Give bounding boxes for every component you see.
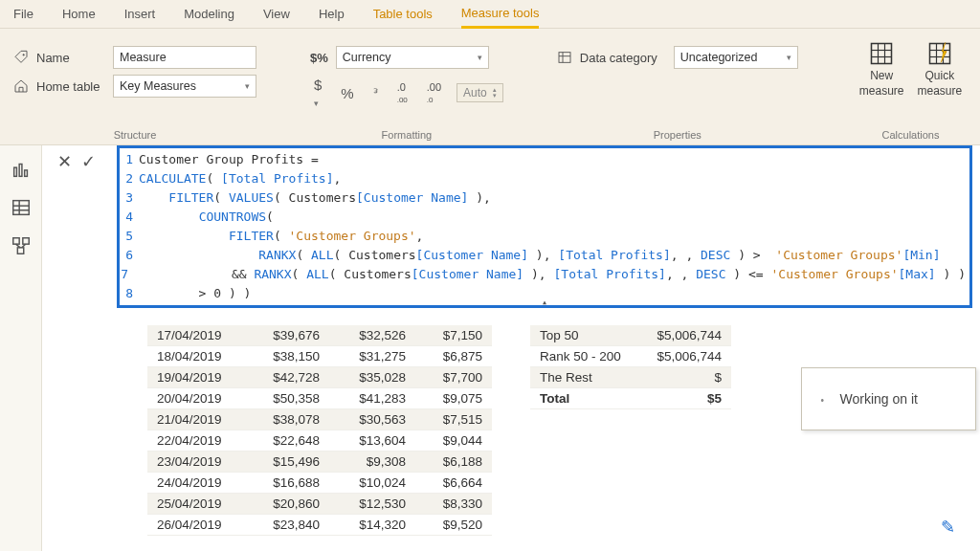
name-label: Name: [36, 51, 105, 65]
thousands-button[interactable]: ᵌ: [369, 82, 382, 103]
chevron-down-icon: ▾: [787, 53, 791, 62]
currency-button[interactable]: $ ▾: [310, 75, 325, 111]
svg-point-0: [23, 55, 24, 55]
tab-home[interactable]: Home: [62, 1, 96, 27]
commit-formula-icon[interactable]: ✓: [81, 151, 96, 172]
decimal-decrement-button[interactable]: .0.00: [393, 79, 412, 106]
table-row[interactable]: 17/04/2019$39,676$32,526$7,150: [147, 325, 492, 346]
table-row[interactable]: 20/04/2019$50,358$41,283$9,075: [147, 388, 492, 409]
tab-measure-tools[interactable]: Measure tools: [461, 0, 540, 29]
svg-rect-9: [929, 44, 949, 64]
tab-view[interactable]: View: [263, 1, 290, 27]
table-row[interactable]: 25/04/2019$20,860$12,530$8,330: [147, 494, 492, 515]
cancel-formula-icon[interactable]: ✕: [57, 151, 72, 172]
ribbon-group-title-calculations: Calculations: [848, 129, 973, 144]
quick-measure-button[interactable]: Quick measure: [917, 40, 962, 98]
data-grid-left[interactable]: 17/04/2019$39,676$32,526$7,15018/04/2019…: [147, 325, 492, 536]
data-category-label: Data category: [580, 51, 666, 65]
decimal-increment-button[interactable]: .00.0: [423, 79, 445, 106]
ribbon-group-calculations: New measure Quick measure Calculations: [848, 36, 973, 144]
svg-rect-22: [22, 238, 28, 244]
tab-help[interactable]: Help: [319, 1, 345, 27]
view-rail: [0, 145, 42, 551]
home-table-label: Home table: [36, 79, 105, 94]
table-row[interactable]: Top 50$5,006,744: [530, 325, 731, 346]
name-input[interactable]: Measure: [113, 46, 256, 69]
tag-icon: [13, 50, 29, 65]
svg-rect-21: [12, 238, 18, 244]
work-surface: ✕ ✓ 1Customer Group Profits =2CALCULATE(…: [42, 145, 980, 551]
resize-handle-icon[interactable]: ▴: [542, 298, 547, 306]
svg-rect-1: [559, 53, 570, 63]
signature-icon: ✎: [941, 517, 955, 538]
ribbon-group-title-properties: Properties: [553, 129, 802, 144]
svg-rect-15: [19, 165, 22, 177]
chevron-down-icon: ▾: [478, 53, 482, 62]
table-row[interactable]: 18/04/2019$38,150$31,275$6,875: [147, 346, 492, 367]
svg-rect-4: [872, 44, 892, 64]
ribbon-group-structure: Name Measure Home table Key Measures▾ St…: [10, 36, 260, 144]
svg-rect-23: [17, 248, 23, 253]
table-row[interactable]: 26/04/2019$23,840$14,320$9,520: [147, 515, 492, 536]
table-row[interactable]: The Rest$: [530, 367, 731, 388]
model-view-icon[interactable]: [11, 235, 32, 256]
chevron-down-icon: ▾: [245, 81, 250, 91]
format-prefix-label: $%: [310, 51, 328, 65]
ribbon-group-properties: Data category Uncategorized▾ Properties: [553, 36, 802, 144]
table-row[interactable]: 24/04/2019$16,688$10,024$6,664: [147, 473, 492, 494]
ribbon-group-title-formatting: Formatting: [306, 129, 507, 144]
percent-button[interactable]: %: [337, 83, 357, 103]
table-row[interactable]: 22/04/2019$22,648$13,604$9,044: [147, 430, 492, 452]
decimal-places-stepper[interactable]: Auto ▴▾: [457, 83, 503, 102]
report-view-icon[interactable]: [11, 159, 32, 180]
formula-bar[interactable]: 1Customer Group Profits =2CALCULATE( [To…: [117, 145, 972, 308]
category-icon: [557, 50, 572, 65]
ribbon-group-formatting: $% Currency▾ $ ▾ % ᵌ .0.00 .00.0 Auto ▴▾…: [306, 36, 507, 144]
status-tooltip: Working on it: [801, 367, 976, 430]
svg-rect-17: [12, 201, 29, 215]
tab-file[interactable]: File: [13, 1, 33, 27]
home-table-select[interactable]: Key Measures▾: [113, 75, 256, 98]
ribbon-content: Name Measure Home table Key Measures▾ St…: [0, 29, 980, 145]
table-row[interactable]: 19/04/2019$42,728$35,028$7,700: [147, 367, 492, 388]
ribbon-tabs: File Home Insert Modeling View Help Tabl…: [0, 0, 980, 29]
table-row[interactable]: 21/04/2019$38,078$30,563$7,515: [147, 409, 492, 430]
svg-rect-16: [24, 170, 27, 176]
data-category-select[interactable]: Uncategorized▾: [674, 46, 798, 69]
home-icon: [13, 78, 29, 94]
table-row[interactable]: 23/04/2019$15,496$9,308$6,188: [147, 452, 492, 473]
new-measure-button[interactable]: New measure: [859, 40, 904, 98]
data-grid-right[interactable]: Top 50$5,006,744Rank 50 - 200$5,006,744T…: [530, 325, 731, 409]
svg-rect-14: [13, 167, 16, 176]
data-view-icon[interactable]: [11, 197, 32, 218]
table-row[interactable]: Total$5: [530, 388, 731, 409]
format-select[interactable]: Currency▾: [336, 46, 489, 69]
tab-table-tools[interactable]: Table tools: [373, 1, 433, 27]
tab-insert[interactable]: Insert: [124, 1, 156, 27]
table-row[interactable]: Rank 50 - 200$5,006,744: [530, 346, 731, 367]
ribbon-group-title-structure: Structure: [10, 129, 260, 144]
tab-modeling[interactable]: Modeling: [184, 1, 234, 27]
